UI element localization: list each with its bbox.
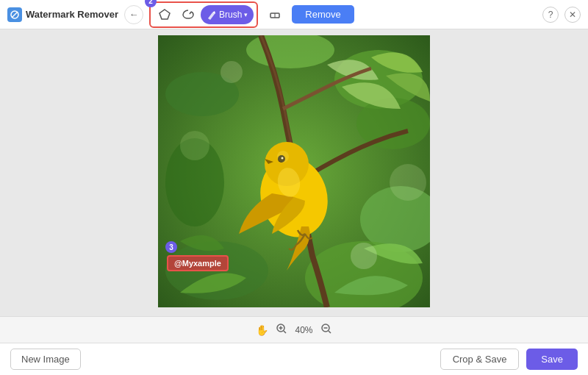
image-container: 3 @Myxample: [158, 35, 430, 310]
tools-group: 2 Brush: [149, 1, 258, 28]
remove-button[interactable]: Remove: [292, 5, 354, 24]
svg-point-21: [390, 164, 426, 201]
svg-point-19: [277, 151, 289, 162]
svg-point-20: [180, 131, 209, 160]
svg-line-27: [284, 331, 286, 333]
app-title: Watermark Remover: [26, 9, 118, 20]
svg-point-23: [220, 61, 243, 83]
main-canvas-area: 3 @Myxample: [0, 29, 588, 316]
eraser-tool-button[interactable]: [264, 4, 286, 25]
app-logo: Watermark Remover: [7, 7, 118, 22]
zoom-in-icon[interactable]: [276, 323, 287, 337]
svg-line-1: [12, 12, 18, 18]
action-right: Crop & Save Save: [440, 349, 578, 370]
back-button[interactable]: ←: [124, 5, 143, 24]
help-button[interactable]: ?: [542, 7, 559, 23]
svg-point-22: [351, 243, 377, 269]
brush-label: Brush: [219, 10, 242, 20]
svg-line-30: [329, 331, 331, 333]
app-logo-icon: [7, 7, 22, 22]
action-bar: New Image Crop & Save Save: [0, 343, 588, 375]
watermark-overlay[interactable]: @Myxample: [167, 255, 229, 271]
pan-icon[interactable]: ✋: [256, 324, 268, 336]
title-right: ? ✕: [542, 7, 581, 23]
new-image-button[interactable]: New Image: [10, 349, 81, 370]
title-bar: Watermark Remover ← 2: [0, 0, 588, 29]
brush-tool-button[interactable]: Brush ▾: [201, 5, 254, 24]
polygon-tool-button[interactable]: [154, 4, 176, 25]
zoom-out-icon[interactable]: [320, 323, 332, 337]
close-button[interactable]: ✕: [564, 7, 581, 23]
lasso-tool-button[interactable]: [177, 4, 199, 25]
crop-save-button[interactable]: Crop & Save: [440, 349, 520, 370]
save-button[interactable]: Save: [526, 349, 578, 370]
svg-marker-2: [159, 10, 170, 19]
step3-badge: 3: [165, 241, 177, 253]
zoom-bar: ✋ 40%: [0, 316, 588, 343]
zoom-level: 40%: [295, 325, 312, 335]
watermark-text: @Myxample: [174, 259, 221, 268]
title-left: Watermark Remover ← 2: [7, 1, 354, 28]
